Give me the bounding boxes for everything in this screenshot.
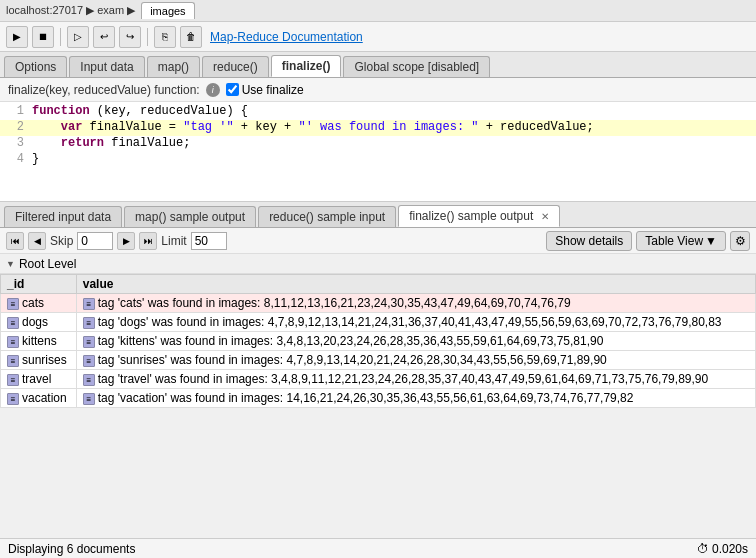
limit-input[interactable]	[191, 232, 227, 250]
main-toolbar: ▶ ⏹ ▷ ↩ ↪ ⎘ 🗑 Map-Reduce Documentation	[0, 22, 756, 52]
toolbar-btn-7[interactable]: 🗑	[180, 26, 202, 48]
nav-last-btn[interactable]: ⏭	[139, 232, 157, 250]
info-icon[interactable]: i	[206, 83, 220, 97]
status-left: Displaying 6 documents	[8, 542, 135, 556]
line-num-1: 1	[4, 104, 24, 120]
finalize-header: finalize(key, reducedValue) function: i …	[0, 78, 756, 102]
bottom-tab-reduce-input[interactable]: reduce() sample input	[258, 206, 396, 227]
cell-value: ≡tag 'sunrises' was found in images: 4,7…	[76, 351, 755, 370]
col-header-value: value	[76, 275, 755, 294]
cell-value: ≡tag 'cats' was found in images: 8,11,12…	[76, 294, 755, 313]
code-content-4: }	[32, 152, 39, 168]
bottom-tabs: Filtered input data map() sample output …	[0, 202, 756, 228]
table-row[interactable]: ≡vacation≡tag 'vacation' was found in im…	[1, 389, 756, 408]
nav-next-btn[interactable]: ▶	[117, 232, 135, 250]
code-content-2: var finalValue = "tag '" + key + "' was …	[32, 120, 594, 136]
line-num-2: 2	[4, 120, 24, 136]
toolbar-btn-6[interactable]: ⎘	[154, 26, 176, 48]
cell-id: ≡cats	[1, 294, 77, 313]
bottom-tab-finalize-output[interactable]: finalize() sample output ✕	[398, 205, 559, 227]
cell-value: ≡tag 'kittens' was found in images: 3,4,…	[76, 332, 755, 351]
skip-label: Skip	[50, 234, 73, 248]
table-row[interactable]: ≡travel≡tag 'travel' was found in images…	[1, 370, 756, 389]
tab-finalize[interactable]: finalize()	[271, 55, 342, 77]
toolbar-btn-2[interactable]: ⏹	[32, 26, 54, 48]
tab-input-data[interactable]: Input data	[69, 56, 144, 77]
toolbar-btn-4[interactable]: ↩	[93, 26, 115, 48]
controls-bar: ⏮ ◀ Skip ▶ ⏭ Limit Show details Table Vi…	[0, 228, 756, 254]
collection-tab[interactable]: images	[141, 2, 194, 19]
line-num-4: 4	[4, 152, 24, 168]
results-container[interactable]: _id value ≡cats≡tag 'cats' was found in …	[0, 274, 756, 459]
bottom-tab-map-output[interactable]: map() sample output	[124, 206, 256, 227]
use-finalize-checkbox-wrapper[interactable]: Use finalize	[226, 83, 304, 97]
tab-close-icon[interactable]: ✕	[541, 211, 549, 222]
nav-first-btn[interactable]: ⏮	[6, 232, 24, 250]
code-editor[interactable]: 1 function (key, reducedValue) { 2 var f…	[0, 102, 756, 202]
top-tabs: Options Input data map() reduce() finali…	[0, 52, 756, 78]
map-reduce-link[interactable]: Map-Reduce Documentation	[210, 30, 363, 44]
toolbar-btn-5[interactable]: ↪	[119, 26, 141, 48]
title-bar: localhost:27017 ▶ exam ▶ images	[0, 0, 756, 22]
root-level-bar: ▼ Root Level	[0, 254, 756, 274]
cell-value: ≡tag 'dogs' was found in images: 4,7,8,9…	[76, 313, 755, 332]
status-right: ⏱ 0.020s	[697, 542, 748, 556]
code-line-4: 4 }	[0, 152, 756, 168]
toolbar-btn-1[interactable]: ▶	[6, 26, 28, 48]
code-content-3: return finalValue;	[32, 136, 190, 152]
line-num-3: 3	[4, 136, 24, 152]
gear-btn[interactable]: ⚙	[730, 231, 750, 251]
root-level-label: Root Level	[19, 257, 76, 271]
table-row[interactable]: ≡dogs≡tag 'dogs' was found in images: 4,…	[1, 313, 756, 332]
table-view-btn[interactable]: Table View ▼	[636, 231, 726, 251]
code-line-3: 3 return finalValue;	[0, 136, 756, 152]
show-details-btn[interactable]: Show details	[546, 231, 632, 251]
col-header-id: _id	[1, 275, 77, 294]
cell-id: ≡dogs	[1, 313, 77, 332]
code-line-1: 1 function (key, reducedValue) {	[0, 104, 756, 120]
url-display: localhost:27017 ▶ exam ▶	[6, 4, 135, 17]
toolbar-sep-1	[60, 28, 61, 46]
cell-id: ≡vacation	[1, 389, 77, 408]
tab-options[interactable]: Options	[4, 56, 67, 77]
status-bar: Displaying 6 documents ⏱ 0.020s	[0, 538, 756, 558]
toolbar-sep-2	[147, 28, 148, 46]
cell-id: ≡kittens	[1, 332, 77, 351]
limit-label: Limit	[161, 234, 186, 248]
triangle-icon: ▼	[6, 259, 15, 269]
results-table: _id value ≡cats≡tag 'cats' was found in …	[0, 274, 756, 408]
skip-input[interactable]	[77, 232, 113, 250]
table-row[interactable]: ≡sunrises≡tag 'sunrises' was found in im…	[1, 351, 756, 370]
table-row[interactable]: ≡cats≡tag 'cats' was found in images: 8,…	[1, 294, 756, 313]
tab-global-scope[interactable]: Global scope [disabled]	[343, 56, 490, 77]
cell-value: ≡tag 'travel' was found in images: 3,4,8…	[76, 370, 755, 389]
nav-prev-btn[interactable]: ◀	[28, 232, 46, 250]
tab-reduce[interactable]: reduce()	[202, 56, 269, 77]
dropdown-arrow-icon: ▼	[705, 234, 717, 248]
code-content-1: function (key, reducedValue) {	[32, 104, 248, 120]
table-view-label: Table View	[645, 234, 703, 248]
use-finalize-checkbox[interactable]	[226, 83, 239, 96]
cell-value: ≡tag 'vacation' was found in images: 14,…	[76, 389, 755, 408]
use-finalize-label: Use finalize	[242, 83, 304, 97]
toolbar-btn-3[interactable]: ▷	[67, 26, 89, 48]
code-line-2: 2 var finalValue = "tag '" + key + "' wa…	[0, 120, 756, 136]
table-row[interactable]: ≡kittens≡tag 'kittens' was found in imag…	[1, 332, 756, 351]
cell-id: ≡travel	[1, 370, 77, 389]
cell-id: ≡sunrises	[1, 351, 77, 370]
tab-map[interactable]: map()	[147, 56, 200, 77]
table-header-row: _id value	[1, 275, 756, 294]
finalize-header-label: finalize(key, reducedValue) function:	[8, 83, 200, 97]
bottom-tab-filtered-input[interactable]: Filtered input data	[4, 206, 122, 227]
